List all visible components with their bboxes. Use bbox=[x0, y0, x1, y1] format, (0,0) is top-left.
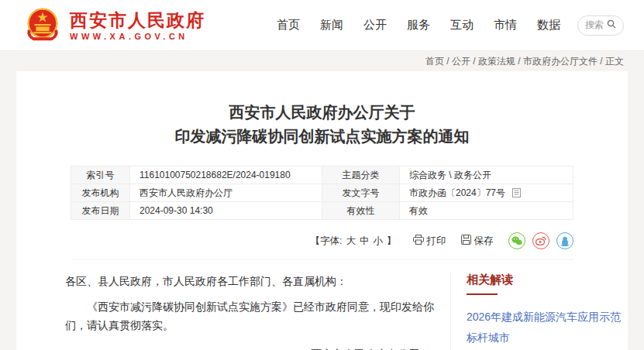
nav-item-city-info[interactable]: 市情 bbox=[494, 18, 517, 33]
meta-label-doc-number: 发文字号 bbox=[322, 184, 400, 202]
main-nav: 首页 新闻 公开 服务 互动 市情 数据 bbox=[277, 18, 560, 33]
related-reading-title: 相关解读 bbox=[467, 273, 628, 287]
article-toolbar: 【字体: 大 中 小 】 打印 bbox=[71, 232, 573, 260]
search-button[interactable]: 搜索 bbox=[577, 15, 624, 36]
meta-label-index-no: 索引号 bbox=[71, 166, 130, 184]
print-button[interactable]: 打印 bbox=[413, 235, 446, 248]
site-url: WWW.XA.GOV.CN bbox=[70, 32, 205, 41]
meta-value-doc-number: 市政办函〔2024〕77号 bbox=[409, 187, 505, 198]
nav-item-home[interactable]: 首页 bbox=[277, 18, 300, 33]
body-paragraph: 《西安市减污降碳协同创新试点实施方案》已经市政府同意，现印发给你们，请认真贯彻落… bbox=[65, 298, 435, 335]
related-reading-link[interactable]: 2026年建成新能源汽车应用示范标杆城市 bbox=[467, 307, 628, 348]
font-widget-suffix: 】 bbox=[387, 235, 397, 248]
nav-item-disclosure[interactable]: 公开 bbox=[363, 18, 387, 33]
font-widget-prefix: 【字体: bbox=[311, 235, 343, 248]
site-logo[interactable]: 西安市人民政府 WWW.XA.GOV.CN bbox=[23, 5, 205, 46]
page-title: 西安市人民政府办公厅关于 印发减污降碳协同创新试点实施方案的通知 bbox=[16, 101, 628, 149]
page-title-line2: 印发减污降碳协同创新试点实施方案的通知 bbox=[16, 125, 628, 149]
save-button[interactable]: 保存 bbox=[461, 235, 494, 248]
font-size-small-button[interactable]: 小 bbox=[374, 235, 384, 248]
related-reading-rule bbox=[467, 293, 498, 295]
article-body: 各区、县人民政府，市人民政府各工作部门、各直属机构： 《西安市减污降碳协同创新试… bbox=[65, 273, 435, 350]
article-card: 西安市人民政府办公厅关于 印发减污降碳协同创新试点实施方案的通知 索引号 116… bbox=[16, 71, 628, 350]
salutation-text: 各区、县人民政府，市人民政府各工作部门、各直属机构： bbox=[65, 273, 435, 291]
breadcrumb-band: 首页 / 公开 / 政策法规 / 市政府办公厅文件 / 正文 bbox=[0, 51, 644, 71]
meta-value-agency: 西安市人民政府办公厅 bbox=[130, 184, 322, 202]
national-emblem-icon bbox=[23, 5, 62, 46]
nav-item-data[interactable]: 数据 bbox=[537, 18, 560, 33]
meta-label-topic: 主题分类 bbox=[322, 166, 400, 184]
article-content-row: 各区、县人民政府，市人民政府各工作部门、各直属机构： 《西安市减污降碳协同创新试… bbox=[16, 273, 628, 350]
site-name: 西安市人民政府 bbox=[70, 10, 205, 30]
meta-row-agency: 发布机构 西安市人民政府办公厅 发文字号 市政办函〔2024〕77号 bbox=[71, 184, 573, 202]
print-label: 打印 bbox=[427, 235, 446, 248]
printer-icon bbox=[413, 235, 424, 247]
meta-label-pub-date: 发布日期 bbox=[71, 202, 130, 220]
save-label: 保存 bbox=[474, 235, 494, 248]
qq-share-icon[interactable] bbox=[556, 232, 573, 249]
meta-value-index-no: 11610100750218682E/2024-019180 bbox=[130, 166, 322, 184]
meta-label-validity: 有效性 bbox=[322, 202, 400, 220]
nav-item-services[interactable]: 服务 bbox=[407, 18, 430, 33]
meta-value-pub-date: 2024-09-30 14:30 bbox=[130, 202, 322, 220]
save-icon bbox=[461, 235, 471, 247]
page-title-line1: 西安市人民政府办公厅关于 bbox=[16, 101, 628, 125]
meta-row-date: 发布日期 2024-09-30 14:30 有效性 有效 bbox=[71, 202, 573, 220]
related-reading-panel: 相关解读 2026年建成新能源汽车应用示范标杆城市 bbox=[450, 273, 628, 350]
nav-item-interaction[interactable]: 互动 bbox=[450, 18, 474, 33]
document-meta: 索引号 11610100750218682E/2024-019180 主题分类 … bbox=[46, 166, 598, 220]
search-icon bbox=[607, 19, 616, 31]
font-size-large-button[interactable]: 大 bbox=[346, 235, 356, 248]
signature-text: 西安市人民政府办公厅 bbox=[65, 345, 435, 350]
meta-label-agency: 发布机构 bbox=[71, 184, 130, 202]
search-label: 搜索 bbox=[585, 19, 604, 32]
font-size-medium-button[interactable]: 中 bbox=[360, 235, 370, 248]
meta-value-topic: 综合政务 \ 政务公开 bbox=[400, 166, 573, 184]
meta-row-index: 索引号 11610100750218682E/2024-019180 主题分类 … bbox=[71, 166, 573, 184]
meta-value-validity: 有效 bbox=[400, 202, 573, 220]
breadcrumb[interactable]: 首页 / 公开 / 政策法规 / 市政府办公厅文件 / 正文 bbox=[425, 55, 624, 68]
site-header: 西安市人民政府 WWW.XA.GOV.CN 首页 新闻 公开 服务 互动 市情 … bbox=[0, 0, 644, 51]
wechat-share-icon[interactable] bbox=[508, 232, 525, 249]
document-icon[interactable] bbox=[512, 188, 521, 200]
weibo-share-icon[interactable] bbox=[532, 232, 549, 249]
font-size-widget: 【字体: 大 中 小 】 bbox=[311, 235, 397, 248]
nav-item-news[interactable]: 新闻 bbox=[320, 18, 343, 33]
